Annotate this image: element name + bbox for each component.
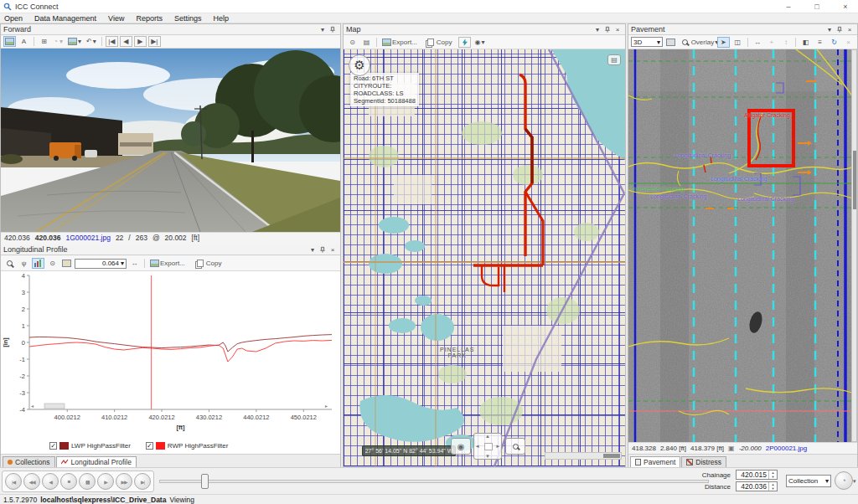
map-dropdown-icon[interactable]: ▾ bbox=[592, 25, 602, 34]
pause-button[interactable]: ▮▮ bbox=[79, 473, 96, 490]
map-eye-button[interactable]: ◉ bbox=[451, 438, 471, 455]
menu-open[interactable]: Open bbox=[4, 14, 23, 23]
map-legend-toggle-button[interactable]: ▤ bbox=[607, 54, 621, 65]
tab-collections[interactable]: Collections bbox=[3, 456, 55, 467]
forward-image-link[interactable]: 1G000021.jpg bbox=[65, 234, 110, 242]
chart-mode-icon[interactable] bbox=[32, 258, 44, 269]
profile-pin-icon[interactable] bbox=[318, 245, 328, 255]
map-settings-button[interactable]: ⚙ bbox=[349, 54, 370, 76]
annotate-text-icon[interactable]: A bbox=[18, 36, 30, 47]
pavement-panel-header[interactable]: Pavement ▾ × bbox=[628, 24, 857, 35]
profile-close-icon[interactable]: × bbox=[328, 245, 338, 255]
prev-image-button[interactable]: ◀ bbox=[120, 36, 132, 47]
fast-forward-button[interactable]: ▶▶ bbox=[116, 473, 132, 490]
menu-view[interactable]: View bbox=[108, 14, 124, 23]
map-close-icon[interactable]: × bbox=[612, 25, 623, 34]
pavement-image-link[interactable]: 2P000021.jpg bbox=[766, 445, 807, 452]
pavement-pin-icon[interactable] bbox=[835, 25, 845, 34]
pavement-mode-combo[interactable]: 3D▾ bbox=[631, 37, 663, 47]
scale-combo[interactable]: 0.064▾ bbox=[75, 259, 127, 269]
map-dpad[interactable]: ▲ ▼ ◂ ▸ bbox=[473, 433, 502, 460]
cursor-icon[interactable]: ➤ bbox=[717, 37, 730, 48]
undo-icon[interactable]: ↶ ▾ bbox=[85, 36, 98, 47]
map-export-button[interactable]: Export... bbox=[380, 37, 419, 48]
distance-value[interactable]: 420.036 bbox=[737, 482, 768, 491]
grid-icon[interactable]: ⊞ bbox=[38, 36, 50, 47]
split-view-icon[interactable]: ◫ bbox=[731, 37, 744, 48]
map-pin-icon[interactable] bbox=[602, 25, 612, 34]
pavement-close-icon[interactable]: × bbox=[845, 25, 855, 34]
minimize-button[interactable]: – bbox=[776, 0, 801, 13]
collapse-icon[interactable]: ↕ bbox=[779, 37, 792, 48]
center-map-icon[interactable]: ⊙ bbox=[346, 37, 359, 48]
first-image-button[interactable]: |◀ bbox=[106, 36, 118, 47]
step-back-button[interactable]: ◀ bbox=[42, 473, 59, 490]
pavement-v-scrollbar[interactable] bbox=[851, 49, 857, 442]
menu-data-management[interactable]: Data Management bbox=[34, 14, 96, 23]
distance-spinner[interactable]: 420.036 ▲▼ bbox=[736, 481, 778, 491]
play-button[interactable]: ▶ bbox=[97, 473, 114, 490]
forward-photo[interactable] bbox=[1, 49, 340, 232]
profile-dropdown-icon[interactable]: ▾ bbox=[308, 245, 318, 255]
chainage-value[interactable]: 420.015 bbox=[737, 471, 768, 479]
position-slider-track[interactable] bbox=[159, 480, 709, 483]
map-panel-header[interactable]: Map ▾ × bbox=[344, 24, 625, 35]
forward-panel-header[interactable]: Forward ▾ bbox=[1, 24, 340, 35]
skip-end-button[interactable]: ▶| bbox=[134, 473, 151, 490]
menu-settings[interactable]: Settings bbox=[174, 14, 202, 23]
pan-down-icon[interactable]: ▼ bbox=[485, 454, 490, 459]
tab-distress[interactable]: Distress bbox=[681, 456, 726, 467]
rwp-checkbox[interactable]: ✓ bbox=[146, 442, 153, 450]
tab-pavement[interactable]: Pavement bbox=[630, 456, 680, 467]
rewind-button[interactable]: ◀◀ bbox=[23, 473, 40, 490]
pavement-v-scrollbar-thumb[interactable] bbox=[853, 151, 856, 209]
spin-down-icon[interactable]: ▼ bbox=[772, 486, 775, 491]
next-image-button[interactable]: ▶ bbox=[134, 36, 147, 47]
pan-up-icon[interactable]: ▲ bbox=[485, 434, 490, 439]
lightning-icon[interactable] bbox=[458, 37, 471, 48]
position-slider-thumb[interactable] bbox=[201, 474, 209, 489]
image-view-icon[interactable] bbox=[3, 36, 16, 47]
map-copy-button[interactable]: Copy bbox=[426, 37, 454, 48]
last-image-button[interactable]: ▶| bbox=[148, 36, 161, 47]
maximize-button[interactable]: □ bbox=[804, 0, 830, 13]
collection-combo[interactable]: Collection ▾ bbox=[786, 475, 831, 487]
overlay-button[interactable]: Overlay ▾ bbox=[693, 37, 716, 48]
window-titlebar[interactable]: ICC Connect – □ × bbox=[0, 0, 858, 13]
map-canvas[interactable]: Road: 6TH ST CITYROUTE: ROADCLASS: LS Se… bbox=[344, 49, 625, 466]
map-h-scrollbar-thumb[interactable] bbox=[603, 454, 620, 458]
map-zoom-button[interactable] bbox=[505, 438, 525, 455]
panel-layout-icon[interactable]: ◧ bbox=[799, 37, 812, 48]
visibility-icon[interactable]: ◉ ▾ bbox=[473, 37, 486, 48]
chainage-spinner[interactable]: 420.015 ▲▼ bbox=[736, 470, 778, 480]
print-icon[interactable] bbox=[60, 258, 73, 269]
fit-width-icon[interactable]: ↔ bbox=[128, 258, 141, 269]
move-icon[interactable]: + bbox=[765, 37, 778, 48]
pan-right-icon[interactable]: ▸ bbox=[496, 443, 499, 450]
pavement-dropdown-icon[interactable]: ▾ bbox=[824, 25, 835, 34]
profile-export-button[interactable]: Export... bbox=[148, 258, 187, 269]
delete-icon[interactable]: × bbox=[842, 37, 855, 48]
zoom-icon[interactable] bbox=[3, 258, 16, 269]
list-icon[interactable]: ≡ bbox=[814, 37, 826, 48]
pan-center[interactable] bbox=[484, 443, 493, 450]
profile-panel-header[interactable]: Longitudinal Profile ▾ × bbox=[1, 244, 340, 255]
forward-dropdown-icon[interactable]: ▾ bbox=[318, 25, 328, 34]
expand-icon[interactable]: ↔ bbox=[751, 37, 763, 48]
refresh-icon[interactable]: ↻ bbox=[828, 37, 840, 48]
playback-mode-dropdown-icon[interactable]: ▾ bbox=[853, 478, 856, 485]
save-view-icon[interactable] bbox=[664, 37, 677, 48]
pavement-zoom-icon[interactable] bbox=[679, 37, 691, 48]
image-settings-icon[interactable]: ▾ bbox=[66, 36, 83, 47]
menu-reports[interactable]: Reports bbox=[136, 14, 163, 23]
pan-left-icon[interactable]: ◂ bbox=[476, 443, 479, 450]
stop-button[interactable]: ■ bbox=[60, 473, 77, 490]
close-button[interactable]: × bbox=[833, 0, 858, 13]
lwp-checkbox[interactable]: ✓ bbox=[49, 442, 57, 450]
skip-start-button[interactable]: |◀ bbox=[5, 473, 22, 490]
spin-down-icon[interactable]: ▼ bbox=[772, 475, 775, 479]
rotate-icon[interactable]: ◔ ▾ bbox=[52, 36, 65, 47]
forward-pin-icon[interactable] bbox=[328, 25, 338, 34]
playback-mode-button[interactable]: ◔ bbox=[835, 471, 853, 490]
profile-copy-button[interactable]: Copy bbox=[195, 258, 224, 269]
